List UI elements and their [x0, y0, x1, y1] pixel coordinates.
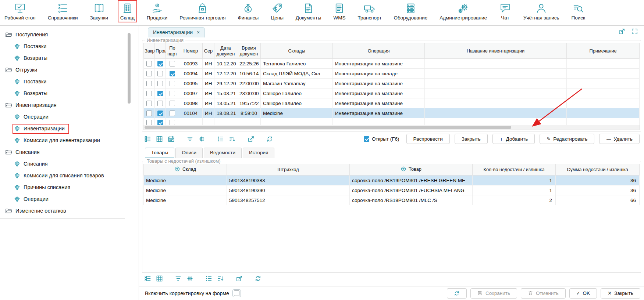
posted-checkbox[interactable] — [157, 71, 163, 76]
by-parts-checkbox[interactable] — [170, 71, 175, 76]
posted-checkbox[interactable] — [157, 81, 163, 86]
document-tab-inventories[interactable]: Инвентаризации × — [148, 27, 205, 37]
column-header[interactable]: Пров — [155, 43, 166, 59]
nav-item-account[interactable]: Учётная запись — [522, 1, 561, 21]
column-header[interactable]: Товар — [350, 164, 473, 176]
tab-goods[interactable]: Товары — [145, 148, 174, 158]
nav-item-retail[interactable]: Розничная торговля — [178, 1, 227, 21]
tab-history[interactable]: История — [243, 148, 274, 158]
nav-item-desktop[interactable]: Рабочий стол — [3, 1, 37, 21]
sidebar-scrollbar[interactable] — [128, 33, 131, 104]
goods-row-selected[interactable]: Medicine 5901348190383 сорочка-поло /RS1… — [144, 176, 640, 185]
column-header[interactable]: Сер — [203, 43, 214, 59]
add-button[interactable]: +Добавить — [492, 134, 535, 144]
closed-checkbox[interactable] — [146, 91, 152, 96]
table-row[interactable]: 00094 ИН 12.12.20 10:56:14 Склад ПЛЭЙ МО… — [144, 69, 640, 79]
sidebar-item-receipts[interactable]: Поступления — [0, 29, 125, 40]
sidebar-item-shipments[interactable]: Отгрузки — [0, 64, 125, 76]
sidebar-item-returns-in[interactable]: Возвраты — [0, 52, 125, 64]
posted-checkbox[interactable] — [157, 111, 163, 116]
posted-checkbox[interactable] — [157, 101, 163, 106]
table-row[interactable]: 00095 ИН 29.12.20 22:00:00 Магазин Yamam… — [144, 79, 640, 88]
table-row-partial[interactable] — [144, 118, 640, 126]
refresh-icon[interactable] — [255, 275, 261, 282]
column-header[interactable]: Операция — [333, 43, 425, 59]
close-document-button[interactable]: Закрыть — [455, 134, 488, 144]
horizontal-scrollbar[interactable] — [143, 125, 640, 130]
view-mode-icon[interactable] — [144, 135, 151, 142]
closed-checkbox[interactable] — [146, 61, 152, 66]
table-row[interactable]: 00098 ИН 13.05.21 19:57:22 Calliope Гали… — [144, 98, 640, 108]
sort-icon[interactable] — [229, 135, 236, 142]
nav-item-transport[interactable]: Транспорт — [356, 1, 383, 21]
column-header[interactable]: Штрихкод — [227, 164, 350, 176]
goods-row[interactable]: Medicine 5901348190390 сорочка-поло /RS1… — [144, 185, 640, 195]
fullscreen-icon[interactable] — [631, 28, 638, 35]
posted-checkbox[interactable] — [157, 120, 163, 125]
settings-icon[interactable] — [186, 275, 193, 282]
refresh-button[interactable] — [447, 288, 467, 299]
column-header[interactable]: По парт — [166, 43, 179, 59]
nav-item-search[interactable]: Поиск — [570, 1, 587, 21]
nav-item-finance[interactable]: Финансы — [236, 1, 260, 21]
edit-button[interactable]: ✎Редактировать — [540, 134, 594, 144]
sidebar-item-returns-out[interactable]: Возвраты — [0, 87, 125, 99]
by-parts-checkbox[interactable] — [170, 101, 175, 106]
table-row[interactable]: 00097 ИН 15.03.21 23:00:00 Calliope Гали… — [144, 88, 640, 98]
nav-item-warehouse[interactable]: Склад — [119, 1, 136, 21]
sidebar-item-writeoffs-group[interactable]: Списания — [0, 146, 125, 158]
nav-item-administration[interactable]: Администрирование — [438, 1, 488, 21]
closed-checkbox[interactable] — [146, 71, 152, 76]
sidebar-item-inventory-operations[interactable]: Операции — [0, 111, 125, 123]
nav-item-chat[interactable]: Чат — [498, 1, 513, 21]
form-adjustment-checkbox[interactable] — [234, 290, 239, 296]
tab-close-icon[interactable]: × — [197, 30, 200, 35]
sidebar-item-writeoff-commissions[interactable]: Комиссии для списания товаров — [0, 170, 125, 181]
column-header[interactable]: Сумма недостачи / излишка — [556, 164, 640, 176]
posted-checkbox[interactable] — [157, 91, 163, 96]
by-parts-checkbox[interactable] — [170, 111, 175, 116]
sidebar-item-writeoff-reasons[interactable]: Причины списания — [0, 181, 125, 193]
refresh-icon[interactable] — [266, 135, 273, 142]
goods-row[interactable]: Medicine 5901348257512 сорочка-поло /RS1… — [144, 195, 640, 205]
closed-checkbox[interactable] — [146, 81, 152, 86]
sidebar-item-stock-change[interactable]: Изменение остатков — [0, 205, 125, 217]
nav-item-documents[interactable]: Документы — [294, 1, 323, 21]
column-header[interactable]: Закр — [144, 43, 155, 59]
open-filter-checkbox-group[interactable]: Открыт (F6) — [364, 136, 399, 142]
nav-item-prices[interactable]: Цены — [269, 1, 285, 21]
by-parts-checkbox[interactable] — [170, 61, 175, 66]
sidebar-item-inventory-commissions[interactable]: Комиссии для инвентаризации — [0, 134, 125, 146]
popout-window-icon[interactable] — [618, 28, 625, 35]
nav-item-sales[interactable]: Продажи — [145, 1, 169, 21]
ok-button[interactable]: ✓OK — [569, 288, 597, 299]
sidebar-item-supplies-in[interactable]: Поставки — [0, 40, 125, 52]
save-button[interactable]: Сохранить — [470, 288, 517, 299]
column-header[interactable]: Склады — [261, 43, 333, 59]
nav-item-equipment[interactable]: Оборудование — [392, 1, 429, 21]
filter-icon[interactable] — [175, 275, 182, 282]
sidebar-item-supplies-out[interactable]: Поставки — [0, 76, 125, 87]
export-icon[interactable] — [248, 135, 255, 142]
nav-item-wms[interactable]: WMS — [332, 1, 347, 21]
column-header[interactable]: Время докумен — [237, 43, 261, 59]
tab-statements[interactable]: Ведомости — [204, 148, 242, 158]
numbered-list-icon[interactable] — [217, 135, 224, 142]
scrollbar-thumb[interactable] — [145, 126, 511, 129]
column-header[interactable]: Дата докумен — [214, 43, 237, 59]
nav-item-purchases[interactable]: Закупки — [89, 1, 110, 21]
open-filter-checkbox[interactable] — [364, 136, 369, 142]
sidebar-item-writeoffs[interactable]: Списания — [0, 158, 125, 170]
export-icon[interactable] — [236, 275, 243, 282]
closed-checkbox[interactable] — [146, 101, 152, 106]
by-parts-checkbox[interactable] — [170, 91, 175, 96]
posted-checkbox[interactable] — [157, 61, 163, 66]
unpost-button[interactable]: Распровести — [406, 134, 450, 144]
delete-button[interactable]: —Удалить — [599, 134, 640, 144]
form-adjustment-checkbox-group[interactable]: Включить корректировку на форме — [145, 289, 241, 297]
calendar-icon[interactable] — [168, 135, 175, 142]
grid-view-icon[interactable] — [156, 275, 163, 282]
by-parts-checkbox[interactable] — [170, 120, 175, 125]
column-header[interactable]: Номер — [179, 43, 203, 59]
sidebar-item-inventory-group[interactable]: Инвентаризация — [0, 99, 125, 111]
